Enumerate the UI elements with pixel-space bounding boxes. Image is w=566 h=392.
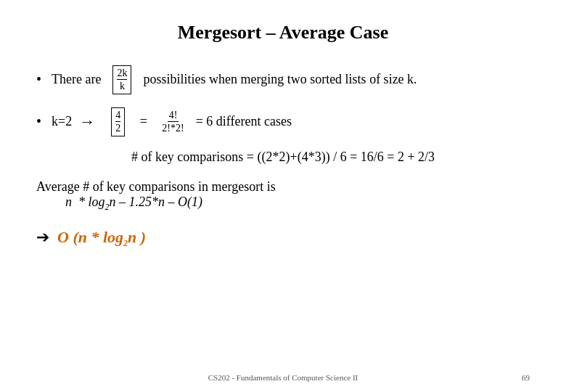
binomial-bottom-2: 2 [115,122,120,134]
binomial-top-2: 4 [115,110,120,122]
big-arrow-icon: ➔ [36,228,49,246]
footer-course-label: CS202 - Fundamentals of Computer Science… [208,373,358,382]
slide: Mergesort – Average Case • There are 2k … [0,0,566,392]
average-section: Average # of key comparisons in mergesor… [36,179,530,213]
big-o-notation: O (n * log2n ) [57,228,146,246]
footer-page-number: 69 [522,373,530,382]
bullet-2-equals1: = [136,114,150,129]
bullet-1-prefix: There are [52,72,101,87]
binomial-top-1: 2k [117,68,127,80]
bullet-2-prefix: k=2 [52,114,72,129]
average-line1: Average # of key comparisons in mergesor… [36,179,530,195]
binomial-bottom-1: k [120,80,125,91]
average-line2: n * log2n – 1.25*n – O(1) [65,195,530,213]
footer-center: CS202 - Fundamentals of Computer Science… [0,373,566,382]
fraction-numer: 4! [168,110,179,122]
binomial-4-2: 4 2 [111,107,125,136]
arrow-right-icon: → [79,113,95,131]
bullet-dot-2: • [36,113,41,130]
bullet-dot-1: • [36,71,41,88]
key-comparisons-line: # of key comparisons = ((2*2)+(4*3)) / 6… [36,150,530,165]
big-arrow-section: ➔ O (n * log2n ) [36,228,530,249]
bullet-2-row: • k=2 → 4 2 = 4! 2!*2! = 6 different cas… [36,107,530,136]
bullet-2-equals2: = 6 different cases [196,114,292,129]
fraction-denom: 2!*2! [160,122,185,134]
fraction-4-factorial: 4! 2!*2! [160,110,185,134]
binomial-2k-k: 2k k [112,65,131,94]
slide-title: Mergesort – Average Case [36,22,530,44]
bullet-1-suffix: possibilities when merging two sorted li… [143,72,417,87]
bullet-1-row: • There are 2k k possibilities when merg… [36,65,530,94]
